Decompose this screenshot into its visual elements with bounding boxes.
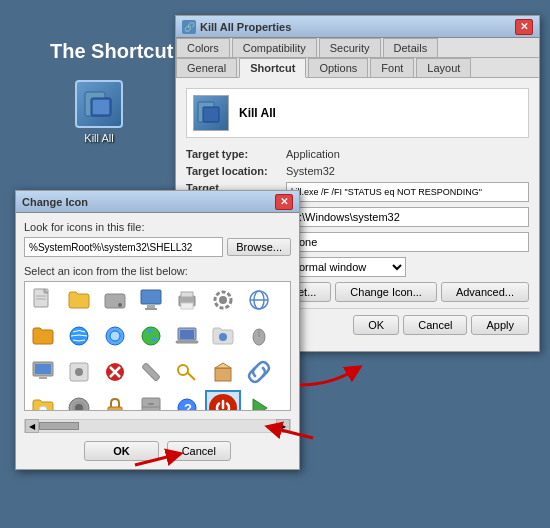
icon-cell-monitor[interactable]	[25, 354, 61, 390]
svg-rect-11	[141, 290, 161, 304]
icon-cell-gear[interactable]	[205, 282, 241, 318]
icon-cell-drive[interactable]	[97, 282, 133, 318]
dialog-close-button[interactable]: ✕	[275, 194, 293, 210]
icon-cell-help[interactable]: ?	[169, 390, 205, 411]
target-location-label: Target location:	[186, 165, 286, 177]
arrow-ok	[130, 445, 190, 475]
icon-cell-folder3[interactable]	[205, 318, 241, 354]
tab-font[interactable]: Font	[370, 58, 414, 77]
svg-point-36	[75, 368, 83, 376]
tab-shortcut[interactable]: Shortcut	[239, 58, 306, 78]
icon-cell-globe[interactable]	[61, 318, 97, 354]
props-cancel-button[interactable]: Cancel	[403, 315, 467, 335]
background: The Shortcut Kill All 🔗 Kill All Propert…	[0, 0, 550, 528]
svg-rect-13	[145, 308, 157, 310]
icon-cell-folder4[interactable]	[25, 390, 61, 411]
props-tabs-row2: General Shortcut Options Font Layout	[176, 58, 539, 78]
dialog-title: Change Icon	[22, 196, 88, 208]
svg-point-29	[219, 333, 227, 341]
icon-grid: ?	[24, 281, 291, 411]
icon-cell-doc[interactable]	[25, 282, 61, 318]
props-apply-button[interactable]: Apply	[471, 315, 529, 335]
svg-text:?: ?	[184, 401, 192, 411]
scrollbar-thumb[interactable]	[39, 422, 79, 430]
arrow-change-icon	[290, 355, 370, 395]
icon-cell-printer[interactable]	[169, 282, 205, 318]
icon-cell-network-globe[interactable]	[97, 318, 133, 354]
icon-cell-wrench[interactable]	[133, 354, 169, 390]
props-close-button[interactable]: ✕	[515, 19, 533, 35]
tab-details[interactable]: Details	[383, 38, 439, 57]
svg-rect-28	[176, 341, 198, 343]
tab-layout[interactable]: Layout	[416, 58, 471, 77]
tab-general[interactable]: General	[176, 58, 237, 77]
icon-cell-filecabinet[interactable]	[133, 390, 169, 411]
desktop-icon[interactable]: Kill All	[75, 80, 123, 144]
target-input[interactable]	[286, 182, 529, 202]
svg-point-17	[219, 296, 227, 304]
scroll-left[interactable]: ◀	[25, 419, 39, 433]
icon-cell-earth[interactable]	[133, 318, 169, 354]
icon-cell-box[interactable]	[205, 354, 241, 390]
svg-point-25	[142, 327, 160, 345]
scrollbar[interactable]: ◀ ▶	[24, 419, 291, 433]
change-icon-button[interactable]: Change Icon...	[335, 282, 437, 302]
icon-cell-folder2[interactable]	[25, 318, 61, 354]
target-type-value: Application	[286, 148, 340, 160]
svg-rect-9	[105, 294, 125, 308]
icon-cell-x[interactable]	[97, 354, 133, 390]
bg-title: The Shortcut	[50, 40, 173, 63]
desktop-icon-image	[75, 80, 123, 128]
file-path-input[interactable]	[24, 237, 223, 257]
tab-security[interactable]: Security	[319, 38, 381, 57]
svg-point-10	[118, 303, 122, 307]
icon-cell-folder1[interactable]	[61, 282, 97, 318]
icon-cell-network[interactable]	[241, 282, 277, 318]
icon-row-2	[25, 318, 290, 354]
svg-rect-52	[148, 403, 154, 405]
props-tabs-row1: Colors Compatibility Security Details	[176, 38, 539, 58]
svg-rect-43	[215, 368, 231, 381]
shortcut-key-input[interactable]	[286, 232, 529, 252]
icon-cell-power[interactable]	[205, 390, 241, 411]
icon-cell-key[interactable]	[169, 354, 205, 390]
advanced-button[interactable]: Advanced...	[441, 282, 529, 302]
svg-rect-40	[142, 363, 160, 381]
icon-cell-lock[interactable]	[97, 390, 133, 411]
icon-cell-computer[interactable]	[133, 282, 169, 318]
svg-point-41	[178, 365, 188, 375]
props-title: 🔗 Kill All Properties	[182, 20, 291, 34]
svg-rect-34	[39, 377, 47, 379]
svg-marker-56	[253, 399, 267, 411]
svg-rect-33	[35, 364, 51, 374]
tab-colors[interactable]: Colors	[176, 38, 230, 57]
scrollbar-track[interactable]	[39, 422, 276, 430]
icon-cell-disk[interactable]	[61, 390, 97, 411]
svg-marker-44	[215, 363, 231, 368]
tab-options[interactable]: Options	[308, 58, 368, 77]
props-ok-button[interactable]: OK	[353, 315, 399, 335]
icon-cell-settings[interactable]	[61, 354, 97, 390]
svg-rect-16	[181, 303, 193, 309]
icon-cell-laptop[interactable]	[169, 318, 205, 354]
icon-cell-link[interactable]	[241, 354, 277, 390]
props-header: Kill All	[186, 88, 529, 138]
start-in-input[interactable]	[286, 207, 529, 227]
props-title-icon: 🔗	[182, 20, 196, 34]
browse-button[interactable]: Browse...	[227, 238, 291, 256]
tab-compatibility[interactable]: Compatibility	[232, 38, 317, 57]
icon-row-1	[25, 282, 290, 318]
svg-point-45	[39, 406, 47, 411]
target-type-row: Target type: Application	[186, 148, 529, 160]
props-header-name: Kill All	[239, 106, 276, 120]
desktop-icon-label: Kill All	[84, 132, 113, 144]
run-select[interactable]: Normal window	[286, 257, 406, 277]
icon-cell-mouse[interactable]	[241, 318, 277, 354]
dialog-content: Look for icons in this file: Browse... S…	[16, 213, 299, 469]
arrow-power	[258, 418, 318, 448]
svg-line-42	[187, 372, 195, 380]
icon-cell-play[interactable]	[241, 390, 277, 411]
props-titlebar: 🔗 Kill All Properties ✕	[176, 16, 539, 38]
svg-rect-2	[93, 100, 109, 114]
props-header-icon	[193, 95, 229, 131]
